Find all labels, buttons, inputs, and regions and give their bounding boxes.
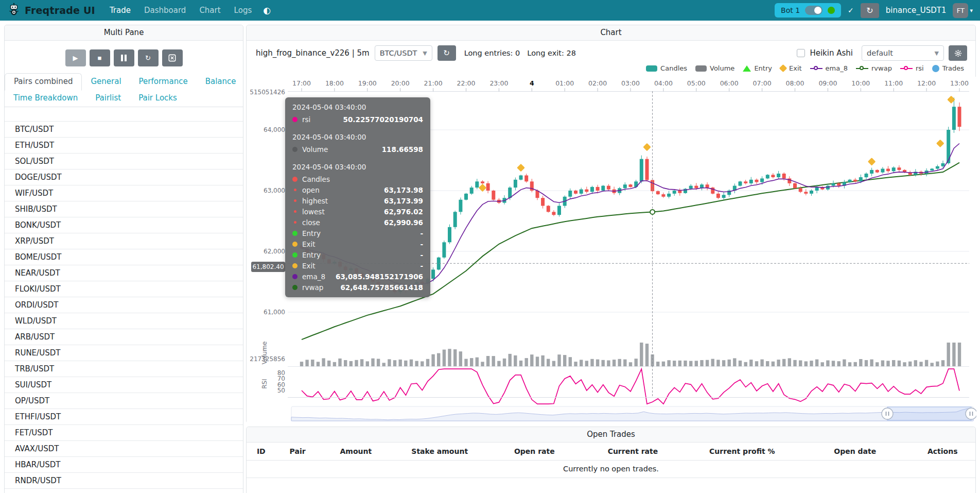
theme-toggle-icon[interactable]: ◐ — [263, 5, 271, 15]
pair-list-item[interactable]: AVAX/USDT — [5, 440, 243, 456]
open-trades-panel: Open Trades IDPairAmountStake amountOpen… — [246, 427, 976, 493]
svg-text:61,000: 61,000 — [264, 309, 285, 316]
brand-title: Freqtrade UI — [25, 5, 95, 16]
pair-list-item[interactable]: TRB/USDT — [5, 361, 243, 377]
exit-swatch-icon — [779, 64, 787, 73]
multi-pane-title: Multi Pane — [5, 25, 243, 41]
pairs-list: BTC/USDTETH/USDTSOL/USDTDOGE/USDTWIF/USD… — [5, 121, 243, 493]
pair-list-item[interactable]: ETHFI/USDT — [5, 409, 243, 424]
column-header-actions: Actions — [910, 443, 976, 461]
svg-text:64,000: 64,000 — [264, 126, 285, 133]
pair-list-item[interactable]: ORDI/USDT — [5, 297, 243, 313]
legend-item-volume[interactable]: Volume — [695, 64, 734, 72]
chevron-down-icon: ▼ — [935, 50, 939, 57]
pair-list-item[interactable]: HBAR/USDT — [5, 456, 243, 472]
freqtrade-robot-logo-icon — [7, 3, 21, 18]
nav-link-logs[interactable]: Logs — [234, 6, 252, 15]
pair-list-item[interactable]: BTC/USDT — [5, 121, 243, 137]
pair-list-item[interactable]: XRP/USDT — [5, 233, 243, 249]
column-header-current-profit-: Current profit % — [684, 443, 801, 461]
svg-text:19:00: 19:00 — [358, 79, 377, 87]
pair-list-item[interactable]: RNDR/USDT — [5, 472, 243, 488]
pair-select[interactable]: BTC/USDT ▼ — [375, 45, 432, 61]
pair-list-item[interactable]: ETH/USDT — [5, 137, 243, 153]
plot-config-select[interactable]: default ▼ — [862, 45, 944, 61]
pair-list-item[interactable]: WIF/USDT — [5, 185, 243, 201]
brand: Freqtrade UI — [7, 3, 95, 18]
tab-general[interactable]: General — [82, 74, 130, 90]
pair-list-item[interactable]: SUI/USDT — [5, 377, 243, 393]
tab-pairlist[interactable]: Pairlist — [86, 90, 130, 107]
nav-link-chart[interactable]: Chart — [199, 6, 220, 15]
tab-performance[interactable]: Performance — [130, 74, 197, 90]
pair-list-item[interactable]: BONK/USDT — [5, 217, 243, 233]
nav-link-trade[interactable]: Trade — [110, 6, 131, 15]
tab-balance[interactable]: Balance — [197, 74, 245, 90]
nav-link-dashboard[interactable]: Dashboard — [144, 6, 186, 15]
legend-item-entry[interactable]: Entry — [743, 64, 772, 72]
crosshair-price-tag: 61,802.40 — [251, 262, 285, 272]
pause-bot-button[interactable] — [114, 49, 134, 66]
heikin-ashi-label: Heikin Ashi — [810, 48, 853, 58]
legend-item-rsi[interactable]: rsi — [900, 64, 924, 72]
clear-log-button[interactable] — [162, 49, 183, 66]
pair-list-item[interactable]: DOGE/USDT — [5, 169, 243, 185]
legend-item-candles[interactable]: Candles — [646, 64, 687, 72]
column-header-id: ID — [247, 443, 276, 461]
column-header-amount: Amount — [320, 443, 393, 461]
signal-counts: Long entries: 0 Long exit: 28 — [464, 49, 576, 57]
datazoom-handle-right[interactable] — [966, 408, 976, 419]
bot-selector-chip[interactable]: Bot 1 — [775, 3, 841, 18]
multi-pane-tabs: Pairs combinedGeneralPerformanceBalance … — [5, 73, 243, 107]
pair-list-item[interactable]: FET/USDT — [5, 424, 243, 440]
tooltip-row-highest: highest63,173.99 — [292, 195, 423, 206]
reload-config-button[interactable]: ↻ — [138, 49, 159, 66]
svg-text:63,000: 63,000 — [264, 187, 285, 194]
datazoom-selected-range[interactable] — [887, 407, 971, 420]
svg-text:RSI: RSI — [261, 379, 268, 389]
tooltip-time: 2024-05-04 03:40:00 — [292, 103, 423, 111]
legend-item-rvwap[interactable]: rvwap — [856, 64, 892, 72]
pair-list-item[interactable]: ARB/USDT — [5, 329, 243, 345]
stop-bot-button[interactable]: ■ — [90, 49, 110, 66]
svg-text:21:00: 21:00 — [424, 79, 443, 87]
tooltip-time: 2024-05-04 03:40:00 — [292, 163, 423, 171]
svg-text:08:00: 08:00 — [785, 79, 804, 87]
column-header-open-rate: Open rate — [487, 443, 582, 461]
legend-item-trades[interactable]: Trades — [932, 64, 964, 72]
plot-settings-gear-button[interactable] — [949, 45, 967, 61]
pair-list-item[interactable]: BOME/USDT — [5, 249, 243, 265]
svg-text:11:00: 11:00 — [884, 79, 903, 87]
pair-list-item[interactable]: SOL/USDT — [5, 153, 243, 169]
pair-list-item[interactable]: FLOKI/USDT — [5, 281, 243, 297]
pair-list-item[interactable]: RUNE/USDT — [5, 345, 243, 361]
app-root: Freqtrade UI TradeDashboardChartLogs ◐ B… — [0, 0, 980, 493]
tab-pair-locks[interactable]: Pair Locks — [130, 90, 186, 107]
chart-panel: Chart high_frog_binance_v226 | 5m BTC/US… — [246, 25, 976, 423]
pair-list-item[interactable]: NEAR/USDT — [5, 265, 243, 281]
svg-text:04:00: 04:00 — [654, 79, 673, 87]
avatar[interactable]: FT — [953, 3, 968, 18]
bot-running-toggle[interactable] — [805, 6, 822, 15]
legend-item-ema_8[interactable]: ema_8 — [810, 64, 848, 72]
pair-list-item[interactable]: OP/USDT — [5, 393, 243, 409]
datazoom-handle-left[interactable] — [882, 408, 893, 419]
chart-subheader: high_frog_binance_v226 | 5m BTC/USDT ▼ ↻… — [247, 44, 975, 62]
svg-text:515051426: 515051426 — [250, 89, 285, 96]
start-bot-button[interactable]: ▶ — [65, 49, 86, 66]
legend-item-exit[interactable]: Exit — [780, 64, 802, 72]
pair-list-item[interactable]: WLD/USDT — [5, 313, 243, 329]
refresh-button[interactable]: ↻ — [861, 3, 879, 18]
heikin-ashi-checkbox[interactable] — [797, 49, 805, 57]
bot-name-label: Bot 1 — [781, 6, 800, 14]
tab-pairs-combined[interactable]: Pairs combined — [5, 73, 82, 91]
api-ok-check-icon: ✓ — [848, 6, 854, 14]
pair-list-item[interactable]: AR/USDT — [5, 488, 243, 493]
svg-text:Volume: Volume — [261, 342, 268, 365]
svg-text:07:00: 07:00 — [753, 79, 772, 87]
user-menu[interactable]: FT ▾ — [953, 3, 973, 18]
pair-list-item[interactable]: SHIB/USDT — [5, 201, 243, 217]
chevron-down-icon: ▼ — [423, 50, 427, 57]
refresh-chart-button[interactable]: ↻ — [437, 45, 456, 61]
tab-time-breakdown[interactable]: Time Breakdown — [5, 90, 86, 107]
